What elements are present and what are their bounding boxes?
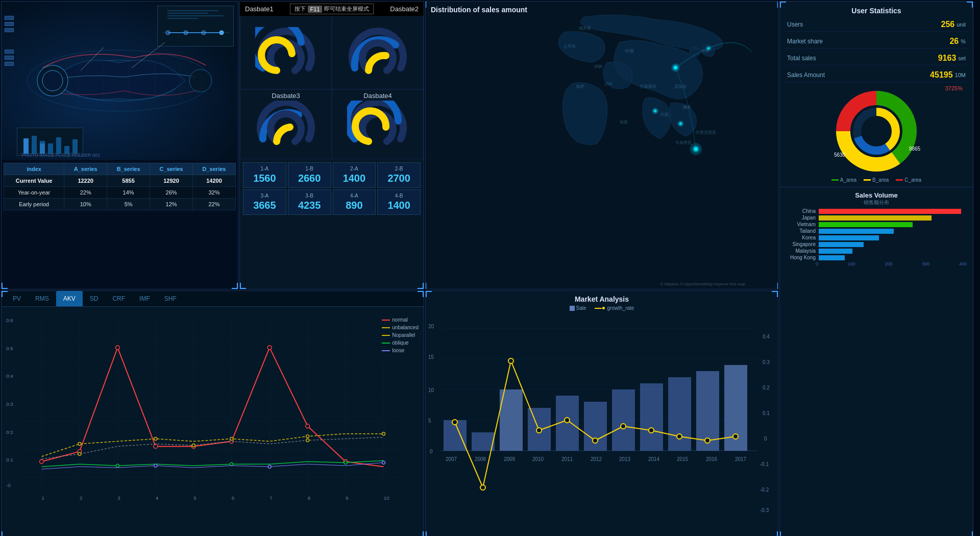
bar-track	[819, 229, 969, 234]
metric-cell: 2-B2700	[377, 162, 421, 188]
table-cell: 26%	[150, 187, 193, 199]
bar-country: China	[784, 208, 816, 214]
bar-chart: ChinaJapanVietnamTailandKoreaSingaporeMa…	[784, 208, 969, 260]
bar-track	[819, 222, 969, 227]
bar-country: Hong Kong	[784, 255, 816, 260]
tab-rms[interactable]: RMS	[28, 291, 56, 306]
tab-sd[interactable]: SD	[83, 291, 106, 306]
stat-rows: Users256unitMarket share26%Total sales91…	[780, 18, 973, 82]
svg-point-104	[78, 443, 81, 446]
svg-text:俄罗斯: 俄罗斯	[579, 26, 591, 31]
svg-text:© Mapbox © OpenStreetMap Impro: © Mapbox © OpenStreetMap Improve this ma…	[660, 282, 746, 286]
stat-label: Total sales	[787, 55, 938, 62]
svg-text:2012: 2012	[591, 456, 602, 462]
donut-area: 3725% 5630 8865	[780, 85, 973, 177]
svg-point-158	[733, 434, 738, 439]
svg-text:2016: 2016	[706, 456, 718, 462]
bar-fill	[819, 242, 864, 247]
svg-text:巴基斯坦: 巴基斯坦	[640, 84, 656, 89]
svg-text:8865: 8865	[909, 146, 921, 152]
svg-point-102	[306, 424, 310, 428]
bar-fill	[819, 249, 852, 254]
svg-rect-32	[23, 138, 29, 154]
svg-text:0.4: 0.4	[763, 334, 770, 339]
legend-oblique-label: oblique	[392, 340, 408, 346]
svg-point-115	[154, 464, 157, 467]
legend-sale-label: Sale	[576, 305, 586, 311]
tab-pv[interactable]: PV	[6, 291, 28, 306]
map-title: Distribution of sales amount	[431, 6, 527, 14]
svg-rect-143	[612, 389, 635, 451]
metric-tag: 4-B	[379, 193, 419, 199]
svg-text:3: 3	[117, 495, 120, 501]
metric-tag: 2-A	[334, 166, 375, 172]
stat-label: Sales Amount	[787, 71, 930, 79]
gauge-svg-2	[347, 27, 408, 78]
stat-row: Market share26%	[784, 35, 969, 48]
svg-text:-0.3: -0.3	[760, 507, 769, 513]
stat-label: Market share	[787, 38, 949, 45]
metrics-table: index A_series B_series C_series D_serie…	[4, 163, 236, 210]
svg-text:0:6: 0:6	[6, 318, 13, 323]
svg-text:5: 5	[428, 418, 431, 424]
panel-akv: PV RMS AKV SD CRF IMF SHF 0:6 0:5 0:	[1, 290, 424, 536]
svg-text:5630: 5630	[834, 152, 846, 158]
svg-text:2011: 2011	[561, 456, 573, 462]
svg-point-111	[306, 439, 309, 442]
metric-cell: 1-A1560	[243, 162, 286, 188]
metric-cell: 4-B1400	[377, 189, 421, 215]
svg-text:2013: 2013	[619, 456, 631, 462]
panel-dasbate: Dasbate1 按下 F11 即可结束全屏模式 Dasbate2	[239, 1, 424, 289]
table-cell: 14200	[193, 175, 236, 187]
legend-a-area: A_area	[831, 177, 856, 183]
table-cell: 12%	[150, 199, 193, 210]
svg-point-97	[115, 346, 119, 350]
svg-text:0:5: 0:5	[6, 346, 13, 351]
dasbate3-label: Dasbate3	[272, 92, 300, 100]
col-index: index	[4, 163, 64, 175]
user-stats-title: User Statistics	[780, 2, 973, 18]
legend-c-label: C_area	[904, 177, 921, 183]
svg-point-15	[42, 70, 63, 91]
svg-text:0:3: 0:3	[6, 401, 13, 407]
svg-point-108	[382, 432, 385, 435]
table-cell: 5%	[107, 199, 150, 210]
market-title: Market Analysis	[426, 291, 778, 305]
metric-cell: 3-A3665	[243, 189, 286, 215]
bar-row: Vietnam	[784, 222, 969, 227]
dasbate2-title: Dasbate2	[390, 5, 419, 13]
svg-rect-145	[668, 377, 691, 451]
table-cell: 12920	[150, 175, 193, 187]
akv-chart-area: 0:6 0:5 0:4 0:3 0:2 0:1 -0 1 2 3 4 5 6 7…	[2, 307, 424, 511]
svg-point-157	[705, 438, 710, 443]
legend-growth: growth_rate	[595, 305, 634, 311]
akv-legend: normal unbalanced Noparallel oblique loo…	[382, 317, 419, 355]
metric-tag: 2-B	[379, 166, 419, 172]
svg-text:6: 6	[232, 495, 235, 501]
tab-shf[interactable]: SHF	[157, 291, 184, 306]
svg-point-51	[679, 122, 682, 125]
tab-crf[interactable]: CRF	[105, 291, 132, 306]
tab-akv[interactable]: AKV	[56, 291, 83, 306]
svg-text:4: 4	[156, 495, 159, 501]
svg-point-16	[189, 69, 212, 92]
world-map-svg: 中国 哈萨 印度 沙特 土耳其 俄罗斯 伊朗 日本 埃塞 巴基斯坦 孟加拉 越南…	[426, 2, 778, 289]
svg-point-154	[621, 424, 626, 429]
svg-text:15: 15	[428, 354, 434, 360]
table-cell: Current Value	[4, 175, 64, 187]
svg-point-151	[536, 428, 542, 433]
metric-value: 1400	[379, 200, 419, 211]
svg-text:2007: 2007	[446, 456, 457, 462]
bar-country: Malaysia	[784, 248, 816, 254]
svg-point-116	[268, 465, 271, 468]
svg-text:-0.2: -0.2	[760, 487, 769, 493]
tab-imf[interactable]: IMF	[132, 291, 157, 306]
svg-text:7: 7	[270, 495, 273, 501]
svg-point-110	[192, 444, 195, 447]
bar-row: China	[784, 208, 969, 214]
svg-point-105	[154, 437, 157, 441]
svg-text:土耳其: 土耳其	[564, 44, 576, 48]
bar-row: Malaysia	[784, 248, 969, 254]
metric-value: 1400	[334, 173, 375, 184]
table-cell: 10%	[64, 199, 107, 210]
